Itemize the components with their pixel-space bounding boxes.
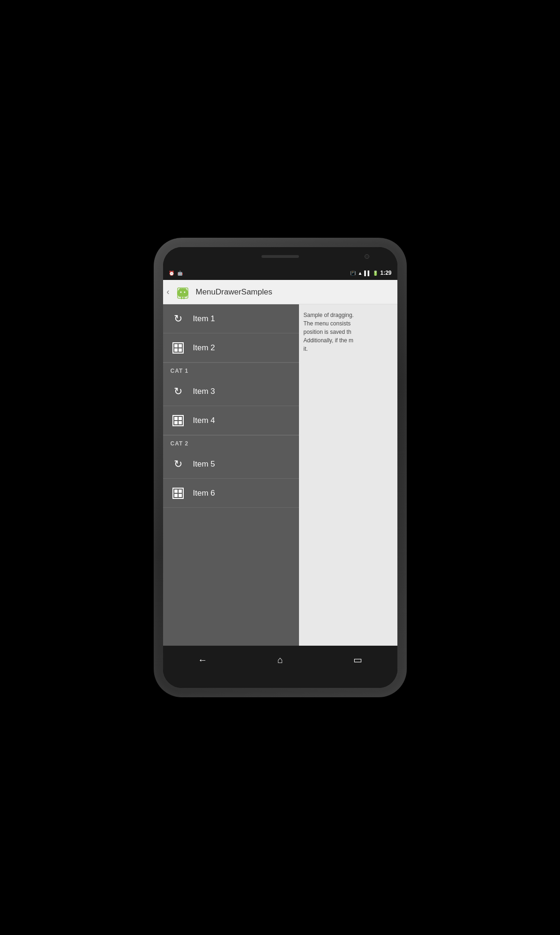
nav-home-button[interactable]: ⌂ <box>268 650 292 670</box>
svg-point-7 <box>184 291 185 293</box>
wifi-icon: ▲ <box>358 271 362 276</box>
navigation-drawer: Item 1 Item 2 CAT 1 <box>163 304 299 646</box>
item5-label: Item 5 <box>193 460 215 469</box>
app-title: MenuDrawerSamples <box>196 287 272 297</box>
menu-item-5[interactable]: Item 5 <box>163 450 299 479</box>
status-right-icons: 📳 ▲ ▌▌ 🔋 1:29 <box>350 270 391 276</box>
app-bar: ‹ MenuDrawerSamples <box>163 280 397 304</box>
menu-item-1[interactable]: Item 1 <box>163 304 299 333</box>
category-1: CAT 1 <box>163 362 299 377</box>
svg-point-6 <box>180 291 181 293</box>
vibrate-icon: 📳 <box>350 271 356 276</box>
item1-icon <box>171 311 186 326</box>
item2-label: Item 2 <box>193 343 215 353</box>
phone-top-bar <box>163 247 397 266</box>
content-area: Item 1 Item 2 CAT 1 <box>163 304 397 646</box>
menu-item-3[interactable]: Item 3 <box>163 377 299 406</box>
item3-icon <box>171 384 186 399</box>
item6-label: Item 6 <box>193 489 215 498</box>
menu-item-6[interactable]: Item 6 <box>163 479 299 508</box>
alarm-icon: ⏰ <box>169 271 174 276</box>
item2-icon <box>171 340 186 355</box>
phone-bottom-bar <box>163 674 397 688</box>
item4-icon <box>171 413 186 428</box>
item4-label: Item 4 <box>193 416 215 425</box>
grid-icon <box>172 342 184 354</box>
item1-label: Item 1 <box>193 314 215 324</box>
camera <box>365 254 369 259</box>
refresh-icon-3 <box>174 385 182 398</box>
phone-device: ⏰ 🤖 📳 ▲ ▌▌ 🔋 1:29 ‹ <box>154 238 407 697</box>
item5-icon <box>171 457 186 472</box>
status-bar: ⏰ 🤖 📳 ▲ ▌▌ 🔋 1:29 <box>163 266 397 280</box>
speaker <box>261 255 299 258</box>
status-left-icons: ⏰ 🤖 <box>169 271 183 276</box>
battery-icon: 🔋 <box>373 271 378 276</box>
main-description-text: Sample of dragging.The menu consistsposi… <box>304 311 393 353</box>
grid-icon-4 <box>172 415 184 426</box>
menu-item-2[interactable]: Item 2 <box>163 333 299 362</box>
category-2: CAT 2 <box>163 435 299 450</box>
item3-label: Item 3 <box>193 387 215 396</box>
bottom-navigation: ← ⌂ ▭ <box>163 646 397 674</box>
nav-recents-button[interactable]: ▭ <box>344 649 372 670</box>
item6-icon <box>171 486 186 501</box>
menu-item-4[interactable]: Item 4 <box>163 406 299 435</box>
refresh-icon-5 <box>174 458 182 470</box>
status-time: 1:29 <box>380 270 391 276</box>
nav-back-button[interactable]: ← <box>188 650 217 670</box>
back-button[interactable]: ‹ <box>167 287 170 297</box>
grid-icon-6 <box>172 488 184 499</box>
signal-icon: ▌▌ <box>364 271 371 276</box>
refresh-icon <box>174 313 182 325</box>
app-icon <box>174 284 191 301</box>
android-status-icon: 🤖 <box>177 271 183 276</box>
phone-screen: ⏰ 🤖 📳 ▲ ▌▌ 🔋 1:29 ‹ <box>163 247 397 688</box>
main-content-panel: Sample of dragging.The menu consistsposi… <box>299 304 397 646</box>
